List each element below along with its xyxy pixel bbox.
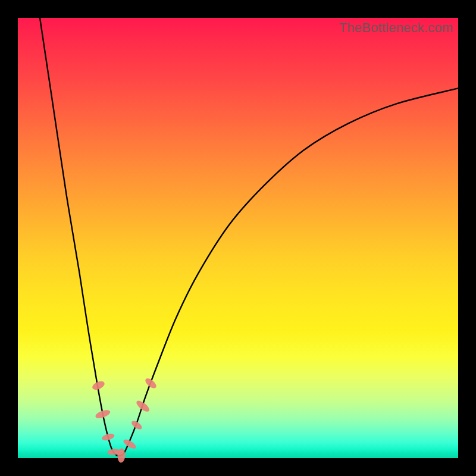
chart-frame: TheBottleneck.com	[0, 0, 476, 476]
marker	[101, 433, 115, 442]
marker	[144, 377, 158, 390]
marker	[95, 408, 111, 419]
plot-area: TheBottleneck.com	[18, 18, 458, 458]
chart-svg	[18, 18, 458, 458]
marker	[135, 399, 151, 414]
bottleneck-curve	[40, 18, 458, 456]
